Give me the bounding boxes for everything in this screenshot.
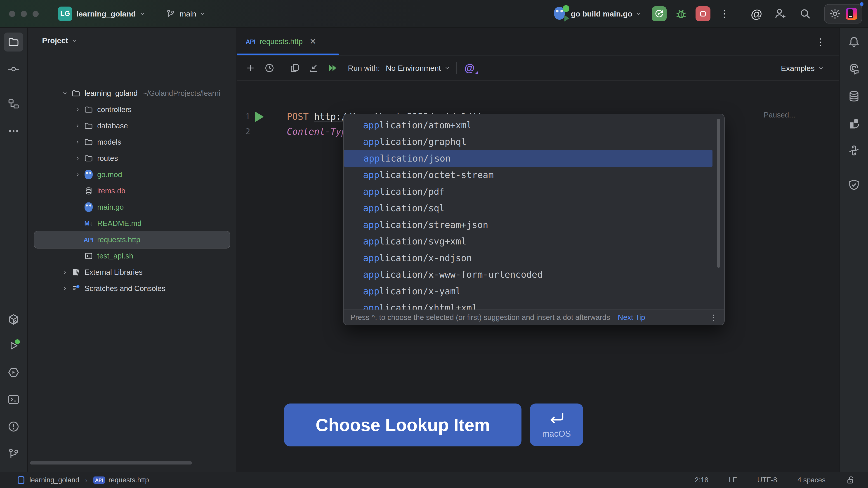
terminal-tool-button[interactable]	[4, 390, 23, 409]
run-config-icon	[554, 7, 567, 21]
completion-item[interactable]: application/x-www-form-urlencoded	[344, 266, 712, 283]
avatar[interactable]	[846, 8, 857, 20]
ai-convert-icon[interactable]: @	[465, 62, 475, 74]
debug-button[interactable]	[675, 7, 687, 20]
completion-item[interactable]: application/octet-stream	[344, 167, 712, 184]
completion-item[interactable]: application/stream+json	[344, 217, 712, 233]
branch-selector[interactable]: main	[166, 9, 206, 19]
tree-item-label: database	[97, 122, 128, 130]
line-separator[interactable]: LF	[729, 476, 737, 484]
completion-item[interactable]: application/xhtml+xml	[344, 300, 712, 311]
import-requests-icon[interactable]	[307, 61, 320, 74]
completion-item[interactable]: application/x-ndjson	[344, 250, 712, 266]
tree-item-test-api-sh[interactable]: test_api.sh	[28, 248, 236, 264]
project-panel: Project learning_goland ~/GolandProjects…	[28, 28, 236, 472]
tree-item-routes[interactable]: routes	[28, 150, 236, 166]
completion-item[interactable]: application/graphql	[344, 133, 712, 150]
settings-profile-group	[824, 4, 862, 24]
plugin-tool-button[interactable]	[844, 114, 864, 133]
version-control-tool-button[interactable]	[4, 444, 23, 463]
tree-item-readme[interactable]: M↓ README.md	[28, 215, 236, 232]
security-shield-icon[interactable]	[844, 175, 864, 194]
stripe-divider	[847, 168, 862, 168]
folder-icon	[83, 105, 94, 114]
dependencies-tool-button[interactable]	[4, 310, 23, 329]
notifications-bell-icon[interactable]	[844, 33, 864, 52]
tree-item-label: test_api.sh	[97, 252, 133, 260]
tree-item-database[interactable]: database	[28, 118, 236, 134]
shell-script-icon	[83, 252, 94, 260]
close-icon[interactable]: ✕	[309, 37, 316, 46]
tree-item-requests-http[interactable]: API requests.http	[28, 232, 236, 248]
notification-dot	[860, 2, 864, 6]
markdown-icon: M↓	[83, 220, 94, 227]
run-tool-button[interactable]	[4, 336, 23, 355]
line-number: 1	[237, 109, 250, 124]
hint-options-icon[interactable]: ⋮	[710, 313, 717, 322]
tree-item-label: requests.http	[97, 235, 141, 244]
more-tools-button[interactable]	[4, 122, 23, 140]
commit-tool-button[interactable]	[4, 60, 23, 78]
code-with-me-icon[interactable]	[774, 7, 787, 20]
popup-scrollbar[interactable]	[717, 119, 720, 268]
horizontal-scrollbar[interactable]	[30, 461, 192, 464]
tree-item-external-libraries[interactable]: External Libraries	[28, 264, 236, 281]
tree-item-items-db[interactable]: items.db	[28, 183, 236, 199]
run-request-gutter-icon[interactable]	[255, 111, 264, 122]
header-name: Content-Type	[287, 126, 352, 137]
traffic-light-close[interactable]	[9, 11, 15, 17]
database-tool-button[interactable]	[844, 87, 864, 106]
copy-icon[interactable]	[288, 61, 301, 74]
run-config-selector[interactable]: go build main.go	[571, 9, 632, 18]
run-all-requests-icon[interactable]	[326, 61, 339, 74]
tab-label: requests.http	[259, 37, 303, 46]
unlock-icon[interactable]	[846, 475, 855, 485]
tree-item-main-go[interactable]: main.go	[28, 199, 236, 215]
structure-tool-button[interactable]	[4, 94, 23, 113]
gear-icon[interactable]	[829, 8, 841, 20]
more-actions-icon[interactable]: ⋮	[719, 10, 729, 17]
project-name[interactable]: learning_goland	[76, 9, 136, 18]
completion-item[interactable]: application/sql	[344, 200, 712, 217]
search-icon[interactable]	[799, 7, 811, 20]
tree-item-root[interactable]: learning_goland ~/GolandProjects/learni	[28, 85, 236, 101]
paused-status: Paused...	[764, 111, 795, 119]
tree-item-go-mod[interactable]: go.mod	[28, 166, 236, 183]
history-icon[interactable]	[263, 61, 276, 74]
file-encoding[interactable]: UTF-8	[757, 476, 777, 484]
rerun-button[interactable]	[652, 6, 666, 21]
breadcrumb-file[interactable]: requests.http	[108, 476, 149, 484]
tree-item-scratches[interactable]: Scratches and Consoles	[28, 281, 236, 297]
tree-item-label: go.mod	[97, 170, 122, 179]
completion-item[interactable]: application/x-yaml	[344, 283, 712, 300]
completion-item[interactable]: application/svg+xml	[344, 233, 712, 250]
run-active-dot	[15, 339, 20, 344]
indent-style[interactable]: 4 spaces	[798, 476, 826, 484]
completion-item-selected[interactable]: application/json	[344, 150, 712, 167]
tree-item-models[interactable]: models	[28, 134, 236, 150]
tab-requests-http[interactable]: API requests.http ✕	[237, 28, 326, 55]
traffic-light-minimize[interactable]	[21, 11, 27, 17]
caret-position[interactable]: 2:18	[695, 476, 708, 484]
folder-icon	[83, 138, 94, 147]
http-method: POST	[287, 111, 309, 122]
tab-options-icon[interactable]: ⋮	[816, 37, 825, 47]
breadcrumb-project[interactable]: learning_goland	[29, 476, 79, 484]
add-request-icon[interactable]	[244, 61, 257, 74]
ai-chat-tool-button[interactable]	[844, 60, 864, 78]
keystroke-platform-label: macOS	[542, 429, 571, 439]
next-tip-link[interactable]: Next Tip	[618, 313, 645, 322]
traffic-light-zoom[interactable]	[33, 11, 39, 17]
stop-button[interactable]	[695, 6, 710, 21]
completion-item[interactable]: application/pdf	[344, 183, 712, 200]
examples-dropdown[interactable]: Examples	[781, 56, 824, 81]
problems-tool-button[interactable]	[4, 417, 23, 436]
environment-selector[interactable]: No Environment	[386, 64, 451, 72]
project-panel-header[interactable]: Project	[42, 36, 78, 45]
python-tool-button[interactable]	[844, 141, 864, 160]
ai-assistant-icon[interactable]: @	[751, 7, 762, 21]
tree-item-controllers[interactable]: controllers	[28, 101, 236, 118]
services-tool-button[interactable]	[4, 363, 23, 382]
project-tool-button[interactable]	[4, 33, 23, 52]
completion-item[interactable]: application/atom+xml	[344, 117, 712, 133]
